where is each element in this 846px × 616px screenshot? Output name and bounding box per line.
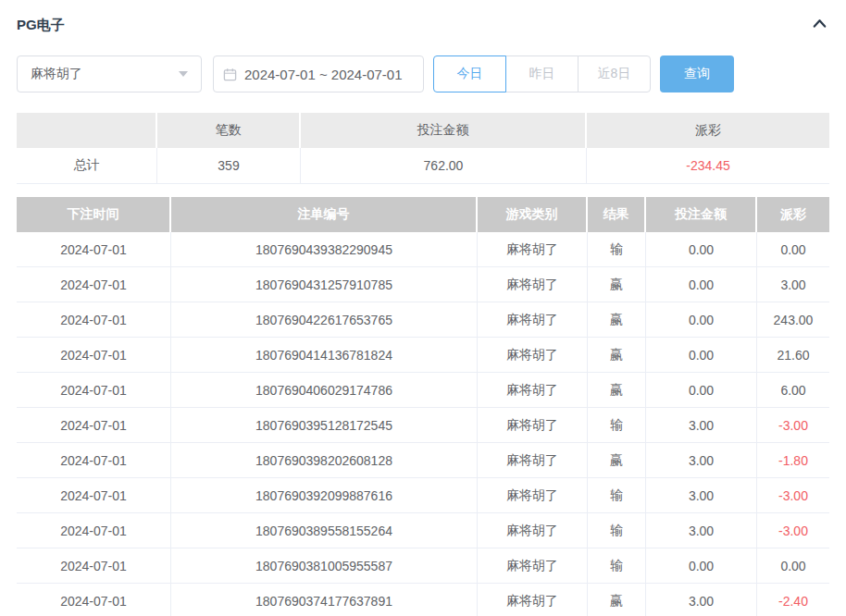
table-row: 2024-07-011807690431257910785麻将胡了赢0.003.… (17, 267, 829, 302)
game-select[interactable]: 麻将胡了 (17, 55, 202, 92)
summary-total-row: 总计 359 762.00 -234.45 (17, 148, 829, 184)
cell-bet-amount: 0.00 (646, 232, 757, 267)
cell-bet-id: 1807690414136781824 (171, 338, 478, 373)
cell-bet-time: 2024-07-01 (17, 267, 171, 302)
summary-header-bet-amount: 投注金额 (301, 113, 587, 148)
records-header-result: 结果 (588, 197, 646, 232)
cell-bet-amount: 3.00 (646, 443, 757, 478)
quick-range-today-button[interactable]: 今日 (433, 55, 506, 92)
cell-game-type: 麻将胡了 (478, 443, 588, 478)
collapse-button[interactable] (810, 15, 829, 35)
cell-payout: -1.80 (757, 443, 829, 478)
cell-bet-amount: 3.00 (646, 408, 757, 443)
cell-bet-time: 2024-07-01 (17, 548, 171, 584)
records-header-row: 下注时间 注单编号 游戏类别 结果 投注金额 派彩 (17, 197, 829, 232)
cell-result: 赢 (588, 338, 646, 373)
panel-header: PG电子 (17, 13, 829, 37)
table-row: 2024-07-011807690406029174786麻将胡了赢0.006.… (17, 373, 829, 408)
quick-range-group: 今日 昨日 近8日 (433, 55, 651, 92)
page-title: PG电子 (17, 17, 65, 34)
cell-result: 输 (588, 513, 646, 548)
cell-bet-amount: 0.00 (646, 338, 757, 373)
cell-game-type: 麻将胡了 (478, 302, 588, 338)
cell-bet-amount: 0.00 (646, 302, 757, 338)
table-row: 2024-07-011807690439382290945麻将胡了输0.000.… (17, 232, 829, 267)
cell-game-type: 麻将胡了 (478, 548, 588, 584)
cell-bet-amount: 3.00 (646, 513, 757, 548)
cell-game-type: 麻将胡了 (478, 408, 588, 443)
cell-bet-id: 1807690431257910785 (171, 267, 478, 302)
summary-total-label: 总计 (17, 148, 157, 184)
records-header-payout: 派彩 (757, 197, 829, 232)
summary-table: 笔数 投注金额 派彩 总计 359 762.00 -234.45 (17, 113, 829, 184)
cell-bet-time: 2024-07-01 (17, 302, 171, 338)
table-row: 2024-07-011807690381005955587麻将胡了输0.000.… (17, 548, 829, 584)
pg-report-panel: PG电子 麻将胡了 2024-07-01 ~ 2024-07-01 今日 昨日 … (0, 0, 846, 616)
cell-bet-time: 2024-07-01 (17, 443, 171, 478)
cell-result: 赢 (588, 584, 646, 616)
cell-payout: -3.00 (757, 478, 829, 513)
filter-bar: 麻将胡了 2024-07-01 ~ 2024-07-01 今日 昨日 近8日 查… (17, 55, 829, 92)
chevron-up-icon (812, 17, 827, 33)
quick-range-yesterday-button[interactable]: 昨日 (505, 55, 579, 92)
summary-total-payout: -234.45 (587, 148, 829, 184)
cell-payout: 6.00 (757, 373, 829, 408)
cell-payout: 21.60 (757, 338, 829, 373)
table-row: 2024-07-011807690374177637891麻将胡了赢3.00-2… (17, 584, 829, 616)
table-row: 2024-07-011807690398202608128麻将胡了赢3.00-1… (17, 443, 829, 478)
cell-result: 赢 (588, 443, 646, 478)
date-range-picker[interactable]: 2024-07-01 ~ 2024-07-01 (213, 55, 424, 92)
query-button[interactable]: 查询 (660, 55, 734, 92)
cell-result: 赢 (588, 302, 646, 338)
cell-payout: -2.40 (757, 584, 829, 616)
cell-game-type: 麻将胡了 (478, 338, 588, 373)
summary-header-row: 笔数 投注金额 派彩 (17, 113, 829, 148)
cell-payout: -3.00 (757, 513, 829, 548)
cell-bet-amount: 0.00 (646, 267, 757, 302)
cell-bet-id: 1807690392099887616 (171, 478, 478, 513)
cell-bet-time: 2024-07-01 (17, 373, 171, 408)
records-header-game-type: 游戏类别 (478, 197, 588, 232)
cell-bet-id: 1807690439382290945 (171, 232, 478, 267)
cell-bet-amount: 3.00 (646, 584, 757, 616)
cell-payout: 3.00 (757, 267, 829, 302)
cell-bet-id: 1807690389558155264 (171, 513, 478, 548)
cell-game-type: 麻将胡了 (478, 232, 588, 267)
table-row: 2024-07-011807690395128172545麻将胡了输3.00-3… (17, 408, 829, 443)
cell-bet-time: 2024-07-01 (17, 478, 171, 513)
cell-game-type: 麻将胡了 (478, 373, 588, 408)
summary-header-count: 笔数 (157, 113, 301, 148)
cell-bet-time: 2024-07-01 (17, 338, 171, 373)
cell-result: 输 (588, 478, 646, 513)
cell-bet-time: 2024-07-01 (17, 408, 171, 443)
table-row: 2024-07-011807690392099887616麻将胡了输3.00-3… (17, 478, 829, 513)
records-table: 下注时间 注单编号 游戏类别 结果 投注金额 派彩 2024-07-011807… (17, 197, 829, 616)
summary-header-empty (17, 113, 157, 148)
cell-bet-id: 1807690406029174786 (171, 373, 478, 408)
cell-result: 输 (588, 232, 646, 267)
cell-game-type: 麻将胡了 (478, 478, 588, 513)
summary-total-count: 359 (157, 148, 301, 184)
cell-bet-id: 1807690381005955587 (171, 548, 478, 584)
cell-payout: 0.00 (757, 232, 829, 267)
table-row: 2024-07-011807690389558155264麻将胡了输3.00-3… (17, 513, 829, 548)
cell-result: 输 (588, 548, 646, 584)
cell-bet-time: 2024-07-01 (17, 513, 171, 548)
cell-bet-time: 2024-07-01 (17, 232, 171, 267)
records-header-bet-amount: 投注金额 (646, 197, 757, 232)
records-header-bet-id: 注单编号 (171, 197, 478, 232)
cell-result: 输 (588, 408, 646, 443)
cell-bet-time: 2024-07-01 (17, 584, 171, 616)
game-select-value: 麻将胡了 (31, 66, 82, 82)
quick-range-last8days-button[interactable]: 近8日 (578, 55, 651, 92)
table-row: 2024-07-011807690414136781824麻将胡了赢0.0021… (17, 338, 829, 373)
cell-game-type: 麻将胡了 (478, 267, 588, 302)
cell-bet-amount: 3.00 (646, 478, 757, 513)
cell-result: 赢 (588, 267, 646, 302)
table-row: 2024-07-011807690422617653765麻将胡了赢0.0024… (17, 302, 829, 338)
cell-payout: -3.00 (757, 408, 829, 443)
cell-bet-id: 1807690395128172545 (171, 408, 478, 443)
cell-payout: 0.00 (757, 548, 829, 584)
cell-bet-amount: 0.00 (646, 548, 757, 584)
cell-game-type: 麻将胡了 (478, 513, 588, 548)
